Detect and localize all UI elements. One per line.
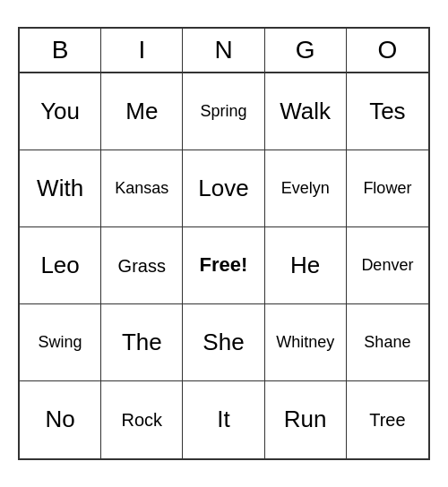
bingo-grid: YouMeSpringWalkTesWithKansasLoveEvelynFl…	[20, 73, 428, 458]
cell-text: Walk	[280, 98, 331, 125]
bingo-cell: Whitney	[265, 304, 347, 381]
cell-text: Me	[125, 98, 158, 125]
bingo-cell: Tes	[347, 73, 428, 150]
bingo-cell: Denver	[347, 227, 428, 304]
cell-text: Flower	[363, 179, 411, 199]
header-letter: I	[101, 29, 183, 72]
cell-text: Tree	[369, 409, 405, 431]
bingo-cell: Leo	[20, 227, 101, 304]
cell-text: He	[290, 252, 320, 279]
bingo-cell: Me	[101, 73, 183, 150]
bingo-cell: It	[183, 381, 264, 458]
bingo-cell: No	[20, 381, 101, 458]
cell-text: Leo	[40, 252, 79, 279]
cell-text: Kansas	[115, 179, 168, 199]
bingo-card: BINGO YouMeSpringWalkTesWithKansasLoveEv…	[18, 27, 430, 460]
cell-text: Shane	[364, 333, 410, 353]
cell-text: Grass	[118, 255, 166, 277]
bingo-cell: He	[265, 227, 347, 304]
bingo-cell: Tree	[347, 381, 428, 458]
bingo-cell: Kansas	[101, 150, 183, 227]
cell-text: Evelyn	[281, 179, 330, 199]
bingo-cell: Swing	[20, 304, 101, 381]
header-letter: G	[265, 29, 347, 72]
bingo-cell: She	[183, 304, 264, 381]
cell-text: Rock	[122, 409, 163, 431]
cell-text: Run	[284, 406, 327, 433]
bingo-cell: You	[20, 73, 101, 150]
bingo-cell: Rock	[101, 381, 183, 458]
cell-text: Free!	[200, 253, 248, 277]
cell-text: It	[217, 406, 229, 433]
bingo-cell: The	[101, 304, 183, 381]
bingo-cell: Run	[265, 381, 347, 458]
bingo-cell: Grass	[101, 227, 183, 304]
cell-text: Denver	[361, 256, 413, 276]
header-letter: O	[347, 29, 428, 72]
cell-text: Love	[198, 175, 248, 202]
cell-text: No	[45, 406, 74, 433]
bingo-cell: Love	[183, 150, 264, 227]
bingo-cell: With	[20, 150, 101, 227]
bingo-cell: Flower	[347, 150, 428, 227]
bingo-cell: Walk	[265, 73, 347, 150]
cell-text: Tes	[369, 98, 405, 125]
cell-text: The	[122, 329, 162, 356]
cell-text: Whitney	[276, 333, 334, 353]
bingo-cell: Shane	[347, 304, 428, 381]
header-letter: N	[183, 29, 264, 72]
bingo-cell: Free!	[183, 227, 264, 304]
cell-text: She	[202, 329, 244, 356]
bingo-header: BINGO	[20, 29, 428, 73]
header-letter: B	[20, 29, 101, 72]
cell-text: Spring	[200, 102, 246, 122]
cell-text: With	[37, 175, 83, 202]
bingo-cell: Spring	[183, 73, 264, 150]
cell-text: You	[40, 98, 80, 125]
cell-text: Swing	[39, 333, 82, 353]
bingo-cell: Evelyn	[265, 150, 347, 227]
